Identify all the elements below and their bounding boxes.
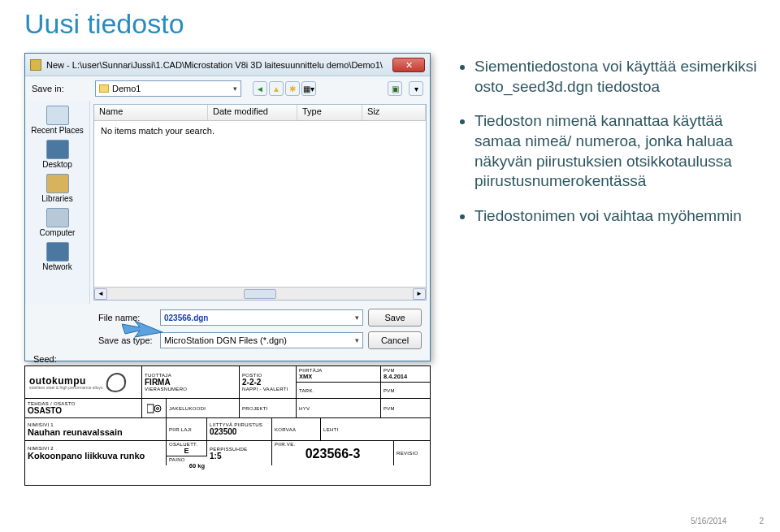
lbl-tark: TARK. xyxy=(299,388,378,393)
lbl-lehti: LEHTI xyxy=(323,427,427,432)
col-type[interactable]: Type xyxy=(297,105,362,120)
save-in-label: Save in: xyxy=(32,84,89,93)
place-network[interactable]: Network xyxy=(25,242,89,271)
places-bar: Recent Places Desktop Libraries Computer… xyxy=(25,101,90,304)
footer: 5/16/2014 2 xyxy=(691,517,764,526)
lbl-korvaa: KORVAA xyxy=(275,427,318,432)
close-button[interactable]: ✕ xyxy=(392,58,425,72)
save-button[interactable]: Save xyxy=(368,309,422,327)
bullet-3: Tiedostonimen voi vaihtaa myöhemmin xyxy=(474,206,765,227)
file-list[interactable]: Name Date modified Type Siz No items mat… xyxy=(93,104,427,301)
save-type-value: MicroStation DGN Files (*.dgn) xyxy=(164,335,287,345)
val-nim1: Nauhan reunavalssain xyxy=(28,427,163,437)
place-recent[interactable]: Recent Places xyxy=(25,106,89,135)
val-nim2: Kokoonpano liikkuva runko xyxy=(28,451,163,461)
val-piirtaja: XMX xyxy=(299,373,378,380)
lbl-pirlaji: PIIR.LAJI xyxy=(169,427,204,432)
save-in-combo[interactable]: Demo1 xyxy=(95,80,241,97)
place-label: Libraries xyxy=(41,194,72,203)
brand-tagline: stainless steel & high performance alloy… xyxy=(29,385,103,390)
file-name-label: File name: xyxy=(98,313,155,322)
lbl-rev: REVISIO xyxy=(396,451,427,456)
val-pvm: 8.4.2014 xyxy=(384,373,427,380)
title-block: outokumpu stainless steel & high perform… xyxy=(24,365,431,486)
file-name-field[interactable]: 023566.dgn xyxy=(160,309,363,326)
cancel-button[interactable]: Cancel xyxy=(368,331,422,349)
app-icon xyxy=(30,59,41,71)
svg-point-4 xyxy=(156,407,158,409)
svg-point-3 xyxy=(154,405,161,412)
window-title: New - L:\user\SunnariJussi\1.CAD\Microst… xyxy=(46,60,392,70)
val-osal: E xyxy=(169,447,204,455)
save-type-field[interactable]: MicroStation DGN Files (*.dgn) xyxy=(160,332,363,348)
empty-message: No items match your search. xyxy=(94,121,426,141)
titlebar: New - L:\user\SunnariJussi\1.CAD\Microst… xyxy=(25,54,430,76)
svg-rect-2 xyxy=(147,404,154,413)
val-piirno: 023566-3 xyxy=(275,447,391,461)
place-label: Network xyxy=(42,262,72,271)
projection-icon xyxy=(147,403,162,414)
val-firma: FIRMA xyxy=(145,378,236,387)
h-scrollbar[interactable]: ◄ ► xyxy=(94,287,426,300)
col-size[interactable]: Siz xyxy=(362,105,426,120)
scroll-thumb[interactable] xyxy=(244,289,276,299)
seed-label: Seed: xyxy=(33,354,53,364)
logo-ring-icon xyxy=(105,373,127,392)
toolbar: Save in: Demo1 ◄ ▲ ✱ ▦▾ ▣ ▾ xyxy=(25,76,430,101)
bullet-2: Tiedoston nimenä kannattaa käyttää samaa… xyxy=(474,111,765,192)
scroll-left[interactable]: ◄ xyxy=(94,288,107,300)
footer-date: 5/16/2014 xyxy=(691,517,727,526)
lbl-nappi: NAPPI - VAALERTI xyxy=(242,387,293,391)
bullet-1: Siementiedostona voi käyttää esimerkiksi… xyxy=(474,57,765,97)
val-osasto: OSASTO xyxy=(28,406,139,415)
newfolder-button[interactable]: ✱ xyxy=(285,81,300,96)
place-desktop[interactable]: Desktop xyxy=(25,140,89,169)
col-name[interactable]: Name xyxy=(94,105,208,120)
back-button[interactable]: ◄ xyxy=(253,81,267,96)
place-label: Recent Places xyxy=(31,126,83,135)
lbl-vierasnro: VIERASNUMERO xyxy=(145,387,236,391)
footer-page: 2 xyxy=(759,517,764,526)
val-paino: 60 kg xyxy=(169,462,205,469)
scroll-right[interactable]: ► xyxy=(413,288,426,300)
val-liittyva: 023500 xyxy=(210,427,269,436)
up-button[interactable]: ▲ xyxy=(269,81,284,96)
lbl-hyv: HYV. xyxy=(299,406,378,411)
lbl-hyv-pvm: PVM xyxy=(384,406,427,411)
save-type-label: Save as type: xyxy=(98,335,155,345)
logo-cell: outokumpu stainless steel & high perform… xyxy=(25,366,142,399)
val-perp: 1:5 xyxy=(210,452,269,461)
folder-icon xyxy=(99,84,109,93)
file-name-value: 023566.dgn xyxy=(164,314,208,322)
lbl-jakelu: JAKELUKOODI xyxy=(169,406,236,411)
page-title: Uusi tiedosto xyxy=(0,0,780,40)
list-header[interactable]: Name Date modified Type Siz xyxy=(94,105,426,121)
lbl-tark-pvm: PVM xyxy=(384,388,427,393)
place-label: Computer xyxy=(40,228,76,237)
save-in-value: Demo1 xyxy=(112,84,141,93)
bullets: Siementiedostona voi käyttää esimerkiksi… xyxy=(457,57,765,241)
val-postio: 2-2-2 xyxy=(242,378,293,387)
extra1-button[interactable]: ▣ xyxy=(388,81,402,96)
col-date[interactable]: Date modified xyxy=(208,105,297,120)
place-computer[interactable]: Computer xyxy=(25,208,89,237)
place-libraries[interactable]: Libraries xyxy=(25,174,89,203)
extra2-button[interactable]: ▾ xyxy=(409,81,423,96)
place-label: Desktop xyxy=(42,160,72,169)
views-button[interactable]: ▦▾ xyxy=(301,81,316,96)
save-dialog: New - L:\user\SunnariJussi\1.CAD\Microst… xyxy=(24,53,431,361)
proj-icon-cell xyxy=(142,399,167,418)
lbl-projekti: PROJEKTI xyxy=(242,406,293,411)
